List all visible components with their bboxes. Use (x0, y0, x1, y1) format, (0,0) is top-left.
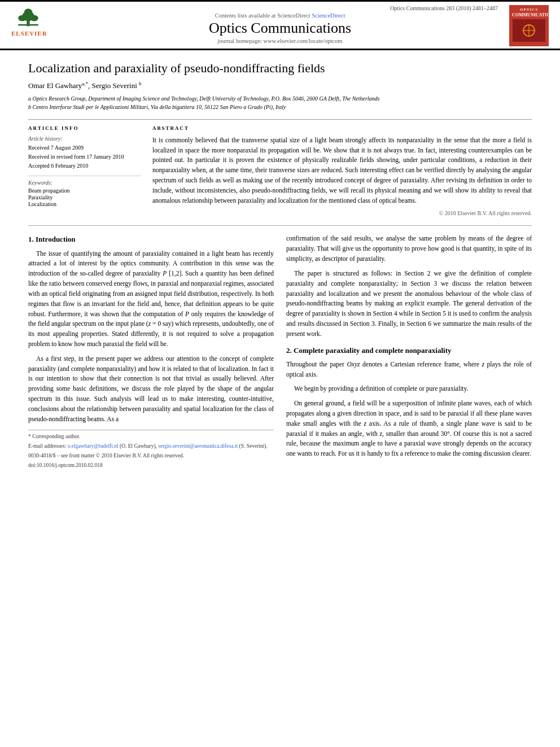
intro-p1: The issue of quantifying the amount of p… (28, 249, 274, 350)
elsevier-label: ELSEVIER (11, 30, 47, 37)
received-date: Received 7 August 2009 (28, 144, 141, 152)
elsevier-logo: ELSEVIER (11, 5, 56, 40)
affil-a: a Optics Research Group, Department of I… (28, 94, 532, 103)
body-col-right: confirmation of the said results, we ana… (286, 234, 532, 470)
footnote-email1-link[interactable]: o.elgawhary@tudelft.nl (68, 443, 119, 449)
intro-p2: As a first step, in the present paper we… (28, 354, 274, 425)
svg-point-2 (18, 15, 26, 21)
sciencedirect-link[interactable]: ScienceDirect (312, 12, 345, 19)
footnote-doi: doi:10.1016/j.optcom.2010.02.018 (28, 461, 274, 470)
article-info-label: ARTICLE INFO (28, 125, 141, 131)
section-divider (28, 225, 532, 226)
copyright-line: © 2010 Elsevier B.V. All rights reserved… (152, 210, 532, 216)
svg-rect-5 (18, 24, 38, 26)
footnote-email2-name: (S. Severini). (238, 443, 268, 449)
section2-p3: On general ground, a field will be a sup… (286, 399, 532, 459)
abstract-text: It is commonly believed that the transve… (152, 136, 532, 206)
affiliations: a Optics Research Group, Department of I… (28, 94, 532, 111)
section2-p1: Throughout the paper Oxyz denotes a Cart… (286, 360, 532, 380)
keyword-2: Paraxiality (28, 194, 141, 200)
author-b-sup: b (139, 81, 142, 86)
optics-comm-box: OPTICS COMMUNICATIONS (509, 5, 549, 46)
page-wrapper: ELSEVIER Optics Communications 283 (2010… (0, 0, 560, 747)
svg-point-3 (30, 15, 38, 21)
keyword-3: Localization (28, 201, 141, 207)
accepted-date: Accepted 6 February 2010 (28, 162, 141, 170)
footnote-email1-name: (O. El Gawhary), (119, 443, 159, 449)
footnote-email2-link[interactable]: sergio.severini@aeronautica.difesa.it (158, 443, 238, 449)
footnote-email-label: E-mail addresses: (28, 443, 68, 449)
journal-logo-right: OPTICS COMMUNICATIONS (504, 5, 549, 46)
journal-title: Optics Communications (56, 20, 504, 37)
history-label: Article history: (28, 136, 141, 142)
section2-p2: We begin by providing a definition of co… (286, 384, 532, 394)
sciencedirect-line: Contents lists available at ScienceDirec… (56, 12, 504, 19)
abstract-column: ABSTRACT It is commonly believed that th… (152, 125, 532, 217)
footnote-issn: 0030-4018/$ – see front matter © 2010 El… (28, 452, 274, 460)
elsevier-tree-icon (11, 5, 45, 28)
journal-cover-icon (513, 19, 545, 42)
section2-heading: 2. Complete paraxiality and complete non… (286, 345, 532, 356)
paper-title: Localization and paraxiality of pseudo-n… (28, 60, 532, 77)
svg-point-4 (24, 8, 32, 15)
keywords-label: Keywords: (28, 180, 141, 186)
abstract-label: ABSTRACT (152, 125, 532, 131)
body-two-col: 1. Introduction The issue of quantifying… (28, 234, 532, 470)
received-revised-date: Received in revised form 17 January 2010 (28, 153, 141, 161)
journal-top-right: Optics Communications 283 (2010) 2481–24… (56, 5, 504, 11)
keywords-section: Keywords: Beam propagation Paraxiality L… (28, 176, 141, 207)
journal-header-center: Optics Communications 283 (2010) 2481–24… (56, 5, 504, 44)
intro-cont-p1: confirmation of the said results, we ana… (286, 234, 532, 264)
footnote-email: E-mail addresses: o.elgawhary@tudelft.nl… (28, 442, 274, 451)
article-info-abstract-section: ARTICLE INFO Article history: Received 7… (28, 119, 532, 217)
intro-cont-p2: The paper is structured as follows: in S… (286, 269, 532, 339)
affil-b: b Centro Interforze Studi per le Applica… (28, 103, 532, 111)
footnote-star: * Corresponding author. (28, 433, 274, 441)
journal-homepage: journal homepage: www.elsevier.com/locat… (56, 38, 504, 44)
author-separator: , Sergio Severini (88, 82, 139, 90)
footnote-section: * Corresponding author. E-mail addresses… (28, 430, 274, 469)
journal-header: ELSEVIER Optics Communications 283 (2010… (0, 2, 560, 50)
author-a-sup: a,* (82, 81, 88, 86)
body-col-left: 1. Introduction The issue of quantifying… (28, 234, 274, 470)
keyword-1: Beam propagation (28, 187, 141, 194)
authors-line: Omar El Gawharya,*, Sergio Severini b (28, 81, 532, 90)
intro-heading: 1. Introduction (28, 234, 274, 245)
author-a-name: Omar El Gawhary (28, 82, 82, 90)
main-content: Localization and paraxiality of pseudo-n… (0, 50, 560, 482)
article-info-column: ARTICLE INFO Article history: Received 7… (28, 125, 141, 217)
